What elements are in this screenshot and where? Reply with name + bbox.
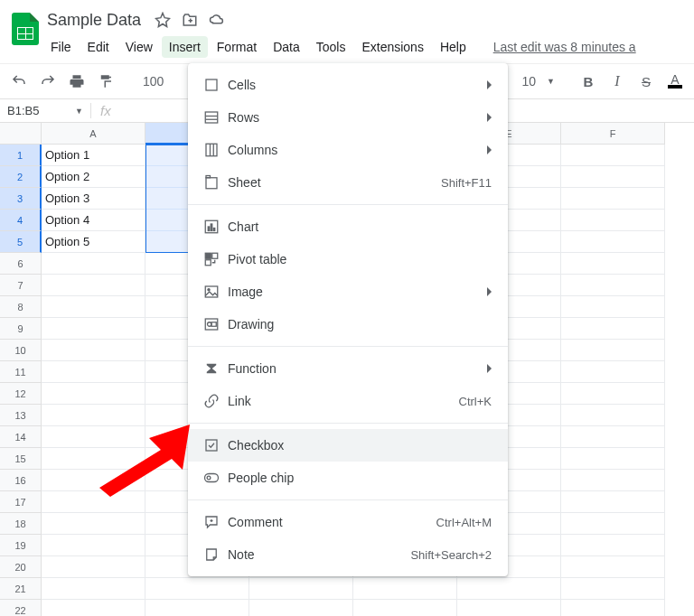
font-size[interactable]: 10: [519, 74, 540, 89]
row-header[interactable]: 14: [0, 426, 42, 448]
row-header[interactable]: 16: [0, 470, 42, 491]
cell[interactable]: [42, 318, 145, 340]
menu-item-link[interactable]: LinkCtrl+K: [188, 385, 508, 417]
menu-item-chart[interactable]: Chart: [188, 210, 508, 243]
cell[interactable]: [561, 231, 665, 253]
cell[interactable]: [42, 275, 145, 296]
menu-item-pivot-table[interactable]: Pivot table: [188, 243, 508, 275]
undo-button[interactable]: [7, 70, 31, 93]
cell[interactable]: [457, 600, 561, 616]
cell[interactable]: [249, 600, 353, 616]
cell[interactable]: Option 3: [42, 188, 145, 210]
menu-item-image[interactable]: Image: [188, 275, 508, 308]
menu-file[interactable]: File: [43, 36, 79, 58]
menu-item-columns[interactable]: Columns: [188, 134, 508, 166]
zoom-level[interactable]: 100: [139, 74, 167, 89]
star-icon[interactable]: [154, 11, 172, 29]
cell[interactable]: Option 5: [42, 231, 145, 253]
row-header[interactable]: 5: [0, 231, 42, 253]
strikethrough-button[interactable]: S: [634, 70, 658, 93]
row-header[interactable]: 10: [0, 340, 42, 361]
menu-view[interactable]: View: [118, 36, 160, 58]
menu-item-note[interactable]: NoteShift+Search+2: [188, 538, 508, 571]
menu-format[interactable]: Format: [210, 36, 264, 58]
cell[interactable]: [42, 426, 145, 448]
row-header[interactable]: 13: [0, 405, 42, 426]
cell[interactable]: [42, 556, 145, 578]
cell[interactable]: [561, 491, 665, 513]
select-all-corner[interactable]: [0, 123, 42, 145]
cell[interactable]: [42, 535, 145, 556]
move-icon[interactable]: [181, 11, 199, 29]
cell[interactable]: [145, 578, 249, 600]
cell[interactable]: [42, 491, 145, 513]
cell[interactable]: [561, 210, 665, 231]
cell[interactable]: [249, 578, 353, 600]
column-header[interactable]: F: [561, 123, 665, 145]
menu-item-sheet[interactable]: SheetShift+F11: [188, 166, 508, 199]
row-header[interactable]: 9: [0, 318, 42, 340]
cell[interactable]: [353, 600, 457, 616]
cell[interactable]: [561, 188, 665, 210]
cell[interactable]: [561, 535, 665, 556]
cell[interactable]: Option 4: [42, 210, 145, 231]
cell[interactable]: [42, 405, 145, 426]
menu-extensions[interactable]: Extensions: [354, 36, 430, 58]
cell[interactable]: [561, 448, 665, 470]
cell[interactable]: [561, 275, 665, 296]
name-box[interactable]: B1:B5 ▼: [0, 104, 90, 117]
menu-item-comment[interactable]: CommentCtrl+Alt+M: [188, 506, 508, 538]
italic-button[interactable]: I: [605, 70, 629, 93]
paint-format-button[interactable]: [94, 70, 117, 93]
cloud-icon[interactable]: [208, 11, 226, 29]
redo-button[interactable]: [36, 70, 60, 93]
cell[interactable]: [561, 361, 665, 383]
last-edit-link[interactable]: Last edit was 8 minutes a: [493, 40, 636, 54]
cell[interactable]: [42, 253, 145, 275]
menu-edit[interactable]: Edit: [80, 36, 117, 58]
cell[interactable]: [561, 318, 665, 340]
cell[interactable]: [561, 383, 665, 405]
cell[interactable]: [561, 296, 665, 318]
row-header[interactable]: 19: [0, 535, 42, 556]
cell[interactable]: [42, 513, 145, 535]
menu-data[interactable]: Data: [266, 36, 307, 58]
cell[interactable]: [42, 383, 145, 405]
row-header[interactable]: 7: [0, 275, 42, 296]
menu-item-people-chip[interactable]: People chip: [188, 462, 508, 494]
cell[interactable]: [561, 470, 665, 491]
row-header[interactable]: 11: [0, 361, 42, 383]
cell[interactable]: [561, 145, 665, 166]
print-button[interactable]: [65, 70, 89, 93]
row-header[interactable]: 4: [0, 210, 42, 231]
row-header[interactable]: 20: [0, 556, 42, 578]
cell[interactable]: [561, 253, 665, 275]
cell[interactable]: [353, 578, 457, 600]
menu-help[interactable]: Help: [433, 36, 474, 58]
cell[interactable]: [561, 405, 665, 426]
cell[interactable]: [42, 361, 145, 383]
menu-item-cells[interactable]: Cells: [188, 69, 508, 101]
cell[interactable]: [561, 556, 665, 578]
cell[interactable]: [42, 448, 145, 470]
cell[interactable]: [457, 578, 561, 600]
row-header[interactable]: 17: [0, 491, 42, 513]
cell[interactable]: [42, 600, 145, 616]
cell[interactable]: [561, 340, 665, 361]
column-header[interactable]: A: [42, 123, 145, 145]
sheets-logo[interactable]: [7, 11, 43, 47]
cell[interactable]: [42, 296, 145, 318]
cell[interactable]: [145, 600, 249, 616]
row-header[interactable]: 18: [0, 513, 42, 535]
cell[interactable]: Option 1: [42, 145, 145, 166]
row-header[interactable]: 12: [0, 383, 42, 405]
cell[interactable]: [561, 513, 665, 535]
menu-item-rows[interactable]: Rows: [188, 101, 508, 134]
document-title[interactable]: Sample Data: [43, 10, 145, 31]
dropdown-arrow-icon[interactable]: ▼: [547, 77, 555, 86]
row-header[interactable]: 22: [0, 600, 42, 616]
row-header[interactable]: 3: [0, 188, 42, 210]
cell[interactable]: [42, 470, 145, 491]
cell[interactable]: [561, 600, 665, 616]
cell[interactable]: Option 2: [42, 166, 145, 188]
